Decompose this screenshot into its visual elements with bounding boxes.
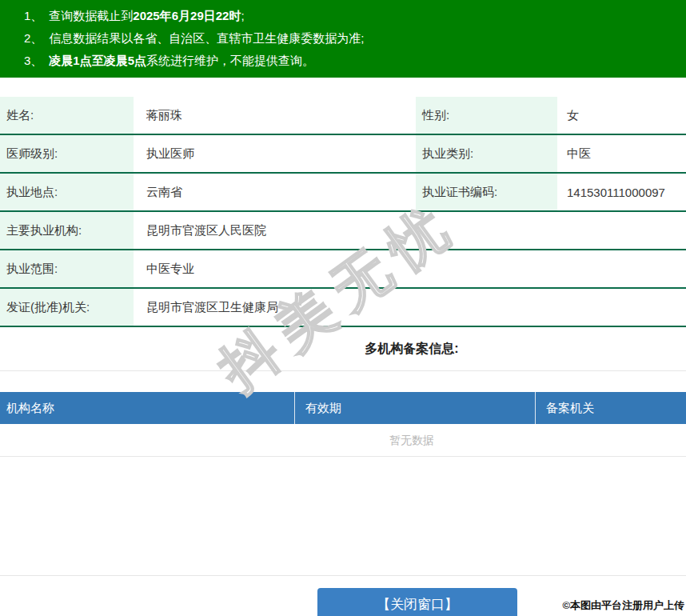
table-row-name-gender: 姓名: 蒋丽珠 性别: 女 bbox=[0, 97, 686, 135]
name-value: 蒋丽珠 bbox=[134, 97, 416, 134]
notice-banner: 1、查询数据截止到2025年6月29日22时; 2、信息数据结果以各省、自治区、… bbox=[0, 0, 686, 78]
gender-value: 女 bbox=[557, 97, 686, 134]
divider bbox=[0, 370, 686, 371]
notice-line-3: 3、凌晨1点至凌晨5点系统进行维护，不能提供查询。 bbox=[0, 50, 686, 72]
main-institution-value: 昆明市官渡区人民医院 bbox=[134, 212, 686, 249]
table-row-location-certificate: 执业地点: 云南省 执业证书编码: 141530111000097 bbox=[0, 174, 686, 212]
notice-text: 信息数据结果以各省、自治区、直辖市卫生健康委数据为准; bbox=[49, 31, 364, 45]
practice-category-label: 执业类别: bbox=[416, 135, 557, 172]
doctor-info-table: 姓名: 蒋丽珠 性别: 女 医师级别: 执业医师 执业类别: 中医 执业地点: … bbox=[0, 97, 686, 327]
empty-data-placeholder: 暂无数据 bbox=[0, 424, 686, 457]
notice-text: 系统进行维护，不能提供查询。 bbox=[146, 54, 314, 67]
doctor-level-value: 执业医师 bbox=[134, 135, 416, 172]
notice-text: ; bbox=[241, 9, 244, 22]
notice-number: 3、 bbox=[24, 54, 42, 67]
page: 1、查询数据截止到2025年6月29日22时; 2、信息数据结果以各省、自治区、… bbox=[0, 0, 686, 616]
column-header-validity-period: 有效期 bbox=[294, 392, 535, 424]
notice-bold-text: 凌晨1点至凌晨5点 bbox=[49, 54, 146, 67]
practice-scope-value: 中医专业 bbox=[134, 250, 686, 287]
certificate-number-value: 141530111000097 bbox=[557, 174, 686, 210]
column-header-filing-authority: 备案机关 bbox=[535, 392, 686, 424]
footer-spacer bbox=[0, 457, 686, 575]
upload-credit-text: ©本图由平台注册用户上传 bbox=[562, 598, 684, 613]
notice-line-1: 1、查询数据截止到2025年6月29日22时; bbox=[0, 5, 686, 27]
notice-number: 2、 bbox=[24, 31, 42, 45]
practice-category-value: 中医 bbox=[557, 135, 686, 172]
table-row-practice-scope: 执业范围: 中医专业 bbox=[0, 250, 686, 289]
notice-bold-text: 2025年6月29日22时 bbox=[133, 9, 241, 22]
issuing-authority-label: 发证(批准)机关: bbox=[0, 289, 134, 326]
gender-label: 性别: bbox=[416, 97, 557, 134]
notice-text: 查询数据截止到 bbox=[49, 9, 133, 22]
main-institution-label: 主要执业机构: bbox=[0, 212, 134, 249]
close-window-button[interactable]: 【关闭窗口】 bbox=[317, 588, 517, 616]
practice-location-value: 云南省 bbox=[134, 174, 416, 210]
column-header-institution-name: 机构名称 bbox=[0, 392, 294, 424]
certificate-number-label: 执业证书编码: bbox=[416, 174, 557, 210]
table-row-level-category: 医师级别: 执业医师 执业类别: 中医 bbox=[0, 135, 686, 174]
multi-institution-section-title: 多机构备案信息: bbox=[0, 327, 686, 370]
doctor-level-label: 医师级别: bbox=[0, 135, 134, 172]
notice-line-2: 2、信息数据结果以各省、自治区、直辖市卫生健康委数据为准; bbox=[0, 27, 686, 50]
records-table-header: 机构名称 有效期 备案机关 bbox=[0, 392, 686, 424]
table-row-issuing-authority: 发证(批准)机关: 昆明市官渡区卫生健康局 bbox=[0, 289, 686, 327]
issuing-authority-value: 昆明市官渡区卫生健康局 bbox=[134, 289, 686, 326]
table-row-main-institution: 主要执业机构: 昆明市官渡区人民医院 bbox=[0, 212, 686, 250]
practice-location-label: 执业地点: bbox=[0, 174, 134, 210]
name-label: 姓名: bbox=[0, 97, 134, 134]
notice-number: 1、 bbox=[24, 9, 42, 22]
practice-scope-label: 执业范围: bbox=[0, 250, 134, 287]
